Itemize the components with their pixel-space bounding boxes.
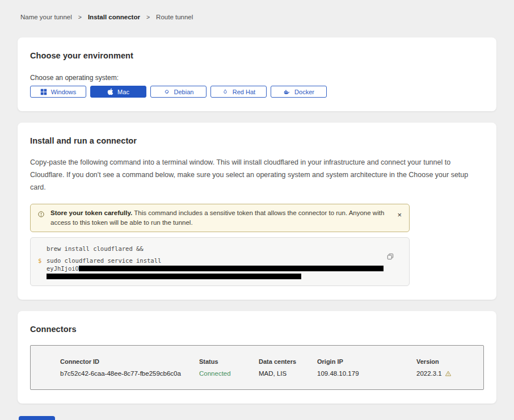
redacted-token-bar [47, 274, 301, 279]
column-header-data-centers: Data centers [259, 358, 317, 365]
status-badge: Connected [199, 370, 259, 377]
data-centers-value: MAD, LIS [259, 370, 317, 377]
apple-icon [107, 88, 113, 95]
breadcrumb-route-tunnel[interactable]: Route tunnel [156, 14, 193, 20]
os-button-label: Red Hat [233, 89, 255, 95]
column-header-status: Status [199, 358, 259, 365]
close-icon[interactable]: × [395, 211, 403, 219]
breadcrumb-install-connector[interactable]: Install connector [88, 14, 140, 20]
environment-card: Choose your environment Choose an operat… [18, 37, 496, 111]
redacted-token-bar [79, 266, 384, 271]
os-button-label: Docker [294, 89, 314, 95]
code-line-brew: brew install cloudflared && [47, 245, 399, 253]
code-line-sudo: $ sudo cloudflared service install [47, 257, 399, 264]
origin-ip-value: 109.48.10.179 [317, 370, 416, 377]
token-warning-banner: Store your token carefully. This command… [30, 204, 410, 233]
os-button-redhat[interactable]: Red Hat [210, 86, 267, 98]
column-header-version: Version [416, 358, 478, 365]
windows-icon [40, 89, 47, 95]
warning-triangle-icon[interactable] [445, 370, 452, 377]
copy-icon[interactable] [386, 253, 394, 262]
connectors-table: Connector ID Status Data centers Origin … [30, 345, 484, 390]
os-button-debian[interactable]: Debian [150, 86, 207, 98]
code-line-token: eyJhIjoiO [47, 264, 399, 272]
os-button-group: Windows Mac Debian [30, 86, 484, 98]
connector-id-value: b7c52c42-6caa-48ee-8c77-fbe259cb6c0a [60, 370, 199, 377]
os-select-label: Choose an operating system: [30, 74, 484, 82]
breadcrumb-separator: > [78, 14, 82, 20]
install-connector-card: Install and run a connector Copy-paste t… [18, 123, 496, 300]
token-prefix: eyJhIjoiO [47, 265, 79, 272]
tunnel-setup-page: Name your tunnel > Install connector > R… [0, 0, 514, 420]
os-button-docker[interactable]: Docker [271, 86, 327, 98]
os-button-label: Windows [51, 89, 77, 95]
column-header-connector-id: Connector ID [60, 358, 199, 365]
debian-icon [163, 89, 170, 95]
os-button-label: Debian [174, 89, 194, 95]
os-button-windows[interactable]: Windows [30, 86, 86, 98]
environment-card-title: Choose your environment [30, 51, 484, 60]
breadcrumb: Name your tunnel > Install connector > R… [20, 14, 496, 20]
connectors-card: Connectors Connector ID Status Data cent… [18, 311, 496, 404]
breadcrumb-separator: > [146, 14, 150, 20]
connectors-card-title: Connectors [30, 325, 484, 334]
column-header-origin-ip: Origin IP [317, 358, 416, 365]
os-button-mac[interactable]: Mac [90, 86, 146, 98]
shell-prompt: $ [38, 257, 41, 264]
install-description: Copy-paste the following command into a … [30, 157, 479, 194]
docker-icon [283, 89, 290, 95]
warning-bold-text: Store your token carefully. [50, 209, 132, 216]
breadcrumb-name-your-tunnel[interactable]: Name your tunnel [20, 14, 72, 20]
install-command-codeblock: brew install cloudflared && $ sudo cloud… [30, 237, 410, 286]
warning-text: Store your token carefully. This command… [50, 208, 390, 228]
version-value: 2022.3.1 [416, 370, 478, 377]
next-button[interactable]: Next [19, 416, 55, 420]
install-card-title: Install and run a connector [30, 136, 484, 145]
alert-circle-icon [37, 211, 45, 218]
redhat-icon [222, 89, 229, 95]
os-button-label: Mac [117, 89, 129, 95]
